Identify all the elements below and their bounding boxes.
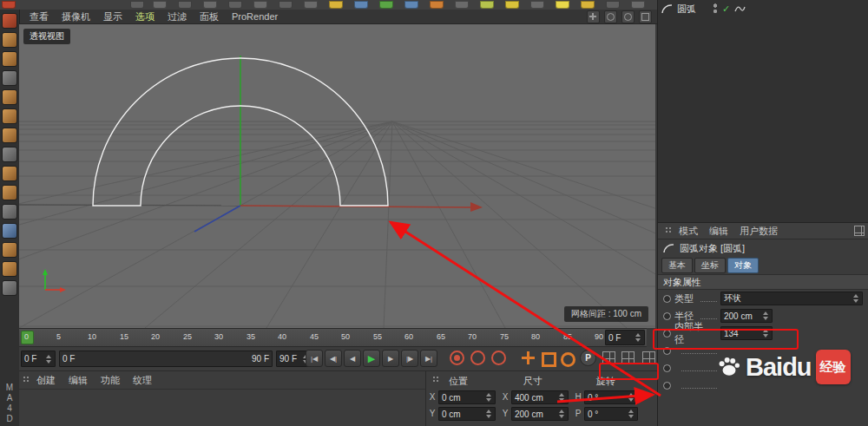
spinner[interactable] <box>484 408 492 420</box>
menu-options[interactable]: 选项 <box>135 10 155 23</box>
rotation-h-field[interactable]: 0 ° <box>584 390 638 404</box>
object-name[interactable]: 圆弧 <box>677 3 696 16</box>
next-key-button[interactable]: |▶ <box>401 350 418 367</box>
position-x-field[interactable]: 0 cm <box>438 390 496 404</box>
param-radio-icon[interactable] <box>663 295 671 303</box>
spinner[interactable] <box>557 391 565 403</box>
left-tool-icon[interactable] <box>2 242 17 258</box>
object-row-arc[interactable]: 圆弧 ✓ <box>658 0 868 17</box>
drag-handle-icon[interactable] <box>665 226 674 235</box>
toolbar-icon-fragment[interactable] <box>430 1 444 9</box>
toolbar-icon-fragment[interactable] <box>530 1 544 9</box>
left-tool-icon[interactable] <box>2 89 17 105</box>
dropdown-arrows-icon[interactable] <box>852 292 859 305</box>
param-radio-icon[interactable] <box>663 364 671 372</box>
view-label[interactable]: 透视视图 <box>23 29 70 44</box>
previous-key-button[interactable]: ◀| <box>325 350 342 367</box>
left-tool-icon[interactable] <box>2 204 17 220</box>
orbit-view-icon[interactable] <box>604 10 617 23</box>
position-y-field[interactable]: 0 cm <box>438 407 496 421</box>
toolbar-icon-fragment[interactable] <box>606 1 620 9</box>
toolbar-icon-fragment[interactable] <box>2 1 16 9</box>
tab-basic[interactable]: 基本 <box>661 258 693 273</box>
spinner[interactable] <box>761 310 769 322</box>
menu-function[interactable]: 功能 <box>101 374 120 387</box>
toolbar-icon-fragment[interactable] <box>329 1 343 9</box>
spinner[interactable] <box>634 331 641 344</box>
menu-texture[interactable]: 纹理 <box>133 374 152 387</box>
left-tool-icon[interactable] <box>2 128 17 143</box>
drag-handle-icon[interactable] <box>23 376 31 384</box>
size-x-field[interactable]: 400 cm <box>511 390 569 404</box>
left-tool-icon[interactable] <box>2 223 17 239</box>
keyframe-selection-icon[interactable] <box>491 351 506 365</box>
left-tool-icon[interactable] <box>2 32 17 48</box>
previous-frame-button[interactable]: ◀ <box>344 350 361 367</box>
goto-end-button[interactable]: ▶| <box>420 350 437 367</box>
param-radio-icon[interactable] <box>663 347 671 355</box>
menu-camera[interactable]: 摄像机 <box>62 10 90 23</box>
menu-mode[interactable]: 模式 <box>679 225 698 238</box>
left-tool-icon[interactable] <box>2 13 17 29</box>
goto-start-button[interactable]: |◀ <box>306 350 323 367</box>
spinner[interactable] <box>761 327 769 339</box>
menu-view[interactable]: 查看 <box>30 10 49 23</box>
record-keyframe-icon[interactable] <box>450 351 464 365</box>
timeline-ruler[interactable]: 0 5 10 15 20 25 30 35 40 45 50 55 60 65 … <box>19 328 647 347</box>
toolbar-icon-fragment[interactable] <box>178 1 192 9</box>
toolbar-icon-fragment[interactable] <box>153 1 167 9</box>
section-object-properties[interactable]: 对象属性 <box>658 274 868 290</box>
left-tool-icon[interactable] <box>2 108 17 124</box>
size-y-field[interactable]: 200 cm <box>511 407 569 421</box>
tab-coordinates[interactable]: 坐标 <box>694 258 726 273</box>
left-tool-icon[interactable] <box>2 51 17 67</box>
left-tool-icon[interactable] <box>2 280 17 296</box>
menu-user-data[interactable]: 用户数据 <box>740 225 778 238</box>
timeline-frame-field[interactable]: 0 F <box>605 330 645 345</box>
radius-field[interactable]: 200 cm <box>720 309 773 323</box>
panel-toggle-icon[interactable] <box>642 351 655 364</box>
type-dropdown[interactable]: 环状 <box>720 292 863 305</box>
layout-grid-icon[interactable] <box>621 351 635 364</box>
left-tool-icon[interactable] <box>2 261 17 277</box>
toolbar-icon-fragment[interactable] <box>455 1 469 9</box>
menu-edit-attr[interactable]: 编辑 <box>709 225 728 238</box>
spinner[interactable] <box>627 408 635 420</box>
menu-prorender[interactable]: ProRender <box>232 11 278 22</box>
param-radio-icon[interactable] <box>663 312 671 320</box>
spinner[interactable] <box>627 391 635 403</box>
menu-display[interactable]: 显示 <box>103 10 122 23</box>
enabled-check-icon[interactable]: ✓ <box>722 3 730 15</box>
layout-grid-icon[interactable] <box>854 226 865 236</box>
menu-panel[interactable]: 面板 <box>200 10 219 23</box>
layout-grid-icon[interactable] <box>602 351 615 364</box>
left-tool-icon[interactable] <box>2 70 17 86</box>
toolbar-icon-fragment[interactable] <box>480 1 494 9</box>
current-frame-field[interactable]: 0 F <box>21 351 56 367</box>
toolbar-icon-fragment[interactable] <box>631 1 645 9</box>
zoom-view-icon[interactable] <box>621 10 635 23</box>
menu-edit[interactable]: 编辑 <box>69 374 88 387</box>
spinner[interactable] <box>557 408 565 420</box>
toolbar-icon-fragment[interactable] <box>556 1 569 9</box>
pan-view-icon[interactable] <box>587 10 600 23</box>
toolbar-icon-fragment[interactable] <box>203 1 217 9</box>
inner-radius-field[interactable]: 134 <box>720 326 773 340</box>
toolbar-icon-fragment[interactable] <box>379 1 393 9</box>
toolbar-icon-fragment[interactable] <box>505 1 519 9</box>
spinner[interactable] <box>484 391 492 403</box>
record-parameter-button[interactable]: P <box>580 350 596 366</box>
drag-handle-icon[interactable] <box>432 376 441 384</box>
toolbar-icon-fragment[interactable] <box>404 1 418 9</box>
left-tool-icon[interactable] <box>2 185 17 200</box>
toolbar-icon-fragment[interactable] <box>304 1 318 9</box>
next-frame-button[interactable]: ▶ <box>382 350 399 367</box>
param-radio-icon[interactable] <box>663 382 671 390</box>
toolbar-icon-fragment[interactable] <box>228 1 242 9</box>
toolbar-icon-fragment[interactable] <box>279 1 293 9</box>
menu-create[interactable]: 创建 <box>36 374 56 387</box>
tab-object[interactable]: 对象 <box>727 258 759 273</box>
toolbar-icon-fragment[interactable] <box>581 1 595 9</box>
left-tool-icon[interactable] <box>2 166 17 181</box>
maximize-view-icon[interactable] <box>639 10 652 23</box>
